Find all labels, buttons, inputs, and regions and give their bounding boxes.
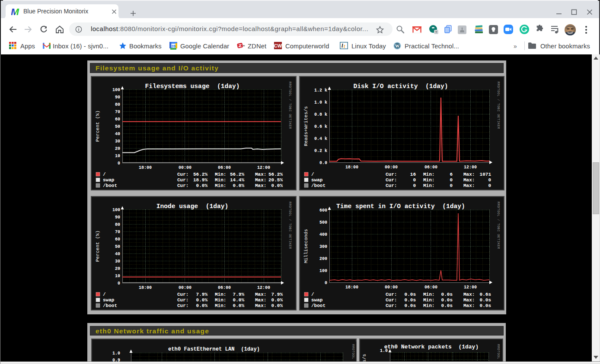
svg-text:06:00: 06:00 [218,165,231,170]
svg-text:Max:: Max: [255,298,266,303]
svg-text:100: 100 [112,208,120,212]
svg-text:Max:: Max: [463,303,475,308]
svg-text:RRDTOOL / TOBI OETIKER: RRDTOOL / TOBI OETIKER [288,82,292,129]
svg-text:Max:: Max: [255,177,266,183]
svg-text:06:00: 06:00 [218,285,231,290]
svg-text:0: 0 [413,177,416,183]
svg-text:Filesystems usage (1day): Filesystems usage (1day) [145,83,240,90]
svg-text:/boot: /boot [103,303,117,308]
svg-text:50: 50 [115,124,120,129]
svg-text:200: 200 [319,256,327,261]
svg-text:500: 500 [319,220,327,225]
svg-text:Min:: Min: [423,177,434,183]
svg-text:Cur:: Cur: [177,172,188,177]
svg-text:12:00: 12:00 [257,165,270,170]
svg-text:Min:: Min: [423,292,434,297]
svg-text:12:00: 12:00 [464,285,477,290]
svg-text:20: 20 [115,266,120,271]
svg-text:00:00: 00:00 [179,285,191,290]
svg-text:0.4 k: 0.4 k [314,136,327,141]
svg-text:1.0: 1.0 [380,348,388,353]
svg-text:0.6s: 0.6s [480,292,491,297]
svg-text:Min:: Min: [215,298,226,303]
svg-text:0.0: 0.0 [319,161,327,165]
svg-text:Percent (%): Percent (%) [95,111,100,142]
svg-text:Max:: Max: [463,183,475,188]
svg-text:0.0s: 0.0s [405,303,416,308]
svg-text:7.9%: 7.9% [196,292,208,297]
svg-text:Cur:: Cur: [177,177,188,183]
svg-text:0.0%: 0.0% [271,303,283,308]
svg-text:1.0 k: 1.0 k [314,100,327,105]
svg-text:Max:: Max: [463,177,475,183]
svg-text:Min:: Min: [423,303,434,308]
svg-text:60: 60 [115,117,120,122]
svg-text:Max:: Max: [255,183,266,188]
svg-text:/: / [103,172,106,177]
svg-text:Min:: Min: [215,183,226,188]
svg-text:0: 0 [488,183,491,188]
svg-text:0: 0 [450,183,453,188]
svg-text:18:00: 18:00 [345,285,358,290]
svg-text:20.5%: 20.5% [268,177,283,183]
svg-text:30: 30 [115,139,120,144]
svg-text:Cur:: Cur: [386,303,397,308]
svg-text:0.8 k: 0.8 k [314,112,327,117]
svg-text:0.0%: 0.0% [233,298,245,303]
svg-text:18:00: 18:00 [139,285,152,290]
svg-text:RRDTOOL / TOBI OETIKER: RRDTOOL / TOBI OETIKER [497,202,500,249]
svg-text:l: l [341,42,343,49]
svg-text:40: 40 [115,132,120,136]
svg-text:Max:: Max: [255,172,266,177]
svg-text:00:00: 00:00 [385,165,398,170]
svg-text:40: 40 [115,252,120,256]
svg-text:30: 30 [115,259,120,264]
svg-text:0: 0 [413,183,416,188]
svg-text:100: 100 [112,88,120,92]
svg-text:Max:: Max: [463,298,475,303]
svg-text:0.0s: 0.0s [480,303,491,308]
svg-text:Min:: Min: [215,292,226,297]
svg-text:swap: swap [103,298,115,303]
svg-text:Cur:: Cur: [386,298,397,303]
svg-text:0.0%: 0.0% [271,183,283,188]
svg-text:RRDTOOL / TOBI OETIKER: RRDTOOL / TOBI OETIKER [288,202,292,249]
svg-text:56.2%: 56.2% [193,172,207,177]
svg-text:300: 300 [319,244,327,249]
svg-text:80: 80 [115,102,120,107]
svg-text:0.0s: 0.0s [441,292,453,297]
svg-text:0: 0 [450,177,453,183]
svg-text:100: 100 [319,269,327,273]
svg-text:1071: 1071 [480,172,491,177]
svg-text:Max:: Max: [255,292,266,297]
svg-text:06:00: 06:00 [424,165,437,170]
svg-text:0.0%: 0.0% [196,298,208,303]
svg-text:0.0%: 0.0% [233,183,245,188]
svg-text:W: W [395,44,400,48]
svg-text:Cur:: Cur: [386,177,397,183]
svg-text:400: 400 [319,232,327,237]
svg-text:18:00: 18:00 [345,165,358,170]
svg-text:0.2 k: 0.2 k [314,149,327,153]
svg-text:Cur:: Cur: [386,292,397,297]
svg-text:Min:: Min: [215,172,226,177]
svg-text:Inode usage (1day): Inode usage (1day) [156,203,228,210]
svg-text:0: 0 [325,281,327,285]
svg-text:50: 50 [115,244,120,249]
svg-text:0: 0 [118,161,120,166]
svg-text:12:00: 12:00 [464,165,477,170]
svg-text:06:00: 06:00 [424,285,437,290]
svg-text:Min:: Min: [423,172,434,177]
svg-text:Min:: Min: [423,183,434,188]
svg-text:Max:: Max: [463,292,475,297]
svg-text:0.0s: 0.0s [480,298,491,303]
svg-text:CW: CW [274,43,282,48]
svg-text:0: 0 [118,281,120,286]
svg-text:60: 60 [115,237,120,242]
svg-text:7.9%: 7.9% [233,292,245,297]
svg-text:600: 600 [319,208,327,213]
svg-text:eth0 FastEthernet LAN (1day): eth0 FastEthernet LAN (1day) [168,346,260,352]
svg-text:10: 10 [115,274,120,279]
svg-text:0.0%: 0.0% [196,303,208,308]
svg-text:Min:: Min: [423,298,434,303]
